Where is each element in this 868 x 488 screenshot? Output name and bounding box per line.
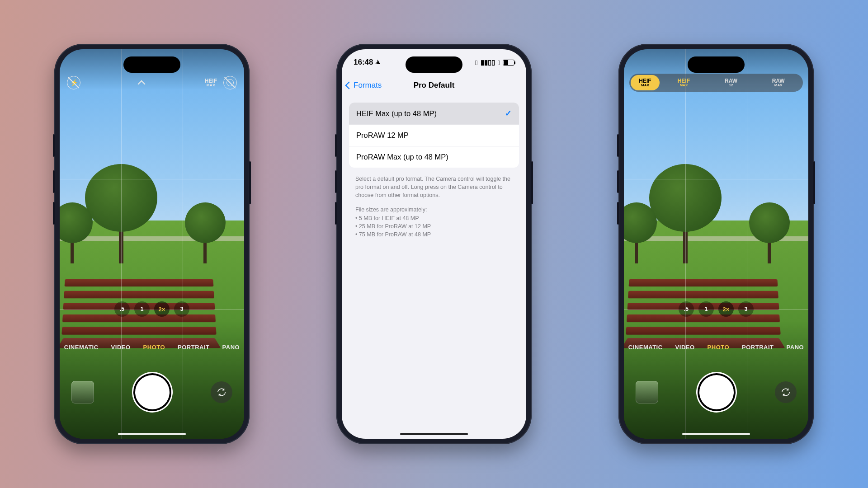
camera-dock [624,372,808,413]
checkmark-icon: ✓ [505,108,512,118]
gallery-thumbnail[interactable] [71,381,94,404]
format-option[interactable]: RAWMAX [755,75,802,90]
format-option-row[interactable]: HEIF Max (up to 48 MP)✓ [349,103,519,124]
flash-off-icon[interactable]: ⚡ [67,76,80,89]
gallery-thumbnail[interactable] [636,381,658,404]
phone-right: HEIFMAXHEIFMAXRAW12RAWMAX .512×3 CINEMAT… [618,44,814,444]
camera-dock [60,372,244,413]
dynamic-island [123,56,180,73]
format-option[interactable]: HEIFMAX [631,75,660,90]
phone-left: ⚡ HEIF MAX .512×3 CINEMATICVIDEOPHOTOPOR… [54,44,250,444]
mode-selector[interactable]: CINEMATICVIDEOPHOTOPORTRAITPANO [624,344,808,351]
format-badge[interactable]: HEIF MAX [205,78,217,87]
cellular-icon: 􀙇 [475,59,477,66]
phone-center: 16:48 ➤ 􀙇 ▮▮▯▯ 􀙇 Formats Pro [336,44,532,444]
flip-camera-button[interactable] [211,381,232,403]
shutter-button[interactable] [699,375,734,409]
zoom-option[interactable]: 2× [718,301,734,317]
hero-image: ⚡ HEIF MAX .512×3 CINEMATICVIDEOPHOTOPOR… [0,0,868,488]
stage: ⚡ HEIF MAX .512×3 CINEMATICVIDEOPHOTOPOR… [0,0,868,488]
format-option-row[interactable]: ProRAW Max (up to 48 MP) [349,146,519,168]
mode-option[interactable]: PANO [787,344,804,351]
zoom-option[interactable]: .5 [114,301,130,317]
chevron-left-icon [345,82,353,89]
mode-option[interactable]: CINEMATIC [64,344,99,351]
format-badge-line2: MAX [207,84,215,87]
screen-camera-default: ⚡ HEIF MAX .512×3 CINEMATICVIDEOPHOTOPOR… [60,49,244,439]
camera-topbar: ⚡ HEIF MAX [60,74,244,92]
signal-icon: ▮▮▯▯ [481,58,495,66]
home-indicator[interactable] [682,433,750,435]
footer-help-text: Select a default pro format. The Camera … [355,175,513,239]
mode-selector[interactable]: CINEMATICVIDEOPHOTOPORTRAITPANO [60,344,244,351]
zoom-option[interactable]: 3 [174,301,189,317]
wifi-icon: 􀙇 [498,59,500,66]
zoom-selector[interactable]: .512×3 [114,301,189,317]
status-time: 16:48 [354,58,373,67]
zoom-option[interactable]: 2× [154,301,170,317]
live-photo-off-icon[interactable] [223,76,237,89]
back-button[interactable]: Formats [342,81,382,90]
back-label: Formats [354,81,382,90]
location-icon: ➤ [374,58,383,67]
zoom-option[interactable]: .5 [679,301,694,317]
zoom-selector[interactable]: .512×3 [679,301,754,317]
format-picker[interactable]: HEIFMAXHEIFMAXRAW12RAWMAX [629,74,803,92]
mode-option[interactable]: PHOTO [143,344,165,351]
page-title: Pro Default [414,81,455,90]
mode-option[interactable]: CINEMATIC [628,344,663,351]
battery-icon [503,60,514,66]
mode-option[interactable]: PANO [222,344,240,351]
mode-option[interactable]: PORTRAIT [178,344,209,351]
mode-option[interactable]: VIDEO [111,344,131,351]
dynamic-island [406,56,462,73]
screen-settings: 16:48 ➤ 􀙇 ▮▮▯▯ 􀙇 Formats Pro [342,49,526,439]
home-indicator[interactable] [400,433,468,435]
home-indicator[interactable] [118,433,186,435]
zoom-option[interactable]: 3 [738,301,754,317]
screen-camera-formats: HEIFMAXHEIFMAXRAW12RAWMAX .512×3 CINEMAT… [624,49,808,439]
format-options-list: HEIF Max (up to 48 MP)✓ProRAW 12 MPProRA… [349,103,519,168]
format-option[interactable]: HEIFMAX [660,75,707,90]
zoom-option[interactable]: 1 [698,301,714,317]
flip-camera-button[interactable] [775,381,797,403]
format-option-row[interactable]: ProRAW 12 MP [349,124,519,146]
mode-option[interactable]: PORTRAIT [742,344,774,351]
dynamic-island [688,56,745,73]
format-option[interactable]: RAW12 [708,75,755,90]
shutter-button[interactable] [135,375,170,409]
nav-bar: Formats Pro Default [342,75,526,95]
mode-option[interactable]: PHOTO [708,344,730,351]
mode-option[interactable]: VIDEO [675,344,695,351]
zoom-option[interactable]: 1 [134,301,150,317]
expand-controls-button[interactable] [137,77,148,88]
